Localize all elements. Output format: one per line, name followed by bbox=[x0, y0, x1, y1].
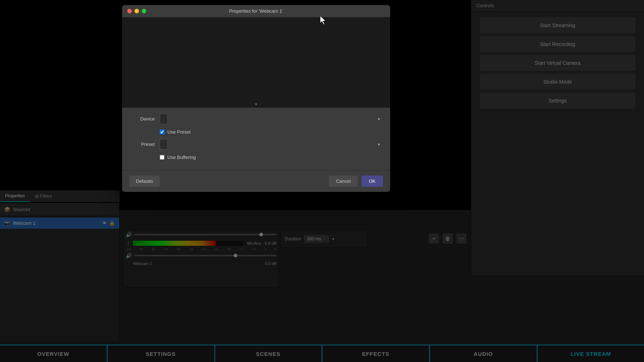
dialog-action-buttons: Cancel OK bbox=[329, 176, 383, 187]
minimize-button[interactable] bbox=[134, 9, 139, 13]
properties-dialog: Properties for 'Webcam 1' Device Use Pre… bbox=[122, 5, 390, 192]
titlebar-controls bbox=[127, 9, 146, 13]
device-row: Device bbox=[129, 114, 383, 124]
close-button[interactable] bbox=[127, 9, 132, 13]
use-preset-checkbox[interactable] bbox=[160, 130, 164, 134]
device-select[interactable] bbox=[160, 114, 168, 124]
device-select-wrapper bbox=[160, 114, 383, 124]
dialog-titlebar: Properties for 'Webcam 1' bbox=[122, 5, 390, 17]
preset-label: Preset bbox=[129, 142, 155, 147]
use-buffering-label: Use Buffering bbox=[167, 155, 196, 160]
dialog-footer: Defaults Cancel OK bbox=[122, 170, 390, 192]
use-preset-label: Use Preset bbox=[167, 129, 191, 135]
use-buffering-row: Use Buffering bbox=[160, 155, 383, 160]
dialog-preview-area bbox=[122, 17, 390, 108]
preset-row: Preset bbox=[129, 139, 383, 150]
dialog-body: Device Use Preset Preset Use Buffe bbox=[122, 108, 390, 170]
use-preset-row: Use Preset bbox=[160, 129, 383, 135]
cancel-button[interactable]: Cancel bbox=[329, 176, 358, 187]
dialog-title: Properties for 'Webcam 1' bbox=[229, 8, 283, 14]
maximize-button[interactable] bbox=[142, 9, 146, 13]
ok-button[interactable]: OK bbox=[361, 176, 383, 187]
device-label: Device bbox=[129, 116, 155, 122]
defaults-button[interactable]: Defaults bbox=[129, 176, 160, 187]
preset-select[interactable] bbox=[160, 139, 168, 150]
use-buffering-checkbox[interactable] bbox=[160, 155, 164, 160]
preset-select-wrapper bbox=[160, 139, 383, 150]
preview-indicator bbox=[255, 103, 257, 105]
